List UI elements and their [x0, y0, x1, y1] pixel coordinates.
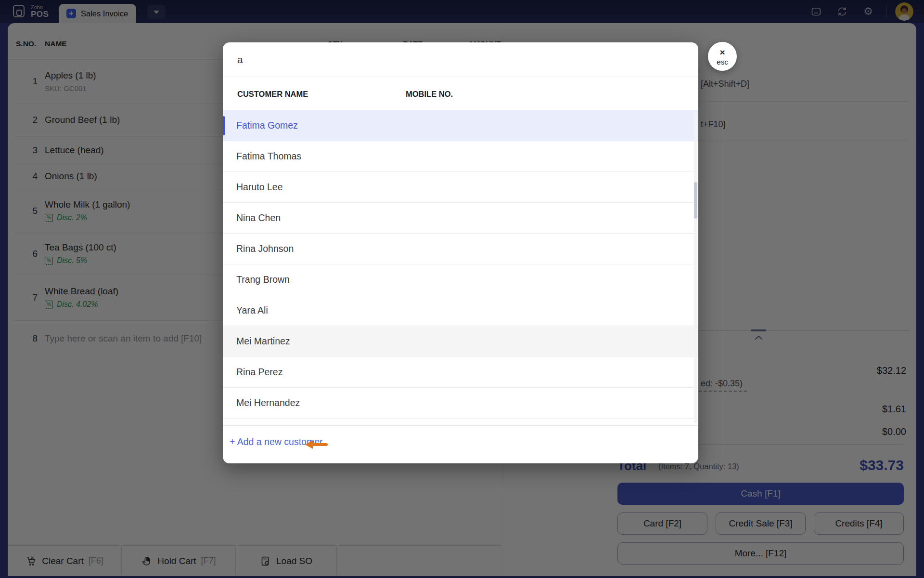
customer-row[interactable]: Fatima Thomas: [223, 141, 698, 172]
customer-row[interactable]: Rina Perez: [223, 357, 698, 388]
customer-row[interactable]: Nina Chen: [223, 203, 698, 234]
customer-search-input[interactable]: a: [223, 42, 698, 77]
scrollbar-thumb[interactable]: [694, 182, 697, 219]
col-customer-name: CUSTOMER NAME: [237, 90, 308, 99]
customer-list-header: CUSTOMER NAME MOBILE NO.: [223, 77, 698, 110]
close-icon: ×: [719, 48, 725, 57]
selected-indicator: [223, 116, 225, 135]
customer-row[interactable]: Trang Brown: [223, 264, 698, 295]
customer-row[interactable]: Mei Hernandez: [223, 388, 698, 419]
esc-label: esc: [717, 58, 728, 66]
pos-app: Zoho POS + Sales Invoice: [0, 0, 924, 578]
customer-search-modal: a CUSTOMER NAME MOBILE NO. Fatima Gomez …: [223, 42, 698, 463]
customer-row[interactable]: Haruto Lee: [223, 172, 698, 203]
close-modal-button[interactable]: × esc: [708, 42, 737, 71]
customer-row[interactable]: Rina Johnson: [223, 234, 698, 264]
customer-row-clipped[interactable]: Keiko Ito: [223, 419, 698, 425]
scrollbar-track[interactable]: [694, 112, 697, 423]
col-mobile-no: MOBILE NO.: [406, 90, 453, 99]
customer-row-selected[interactable]: Fatima Gomez: [223, 110, 698, 141]
annotation-arrow-icon: [304, 439, 329, 450]
customer-row[interactable]: Yara Ali: [223, 295, 698, 326]
customer-row-hover[interactable]: Mei Martinez: [223, 326, 698, 357]
customer-list: Fatima Gomez Fatima Thomas Haruto Lee Ni…: [223, 110, 698, 425]
modal-footer: + Add a new customer: [223, 425, 698, 463]
